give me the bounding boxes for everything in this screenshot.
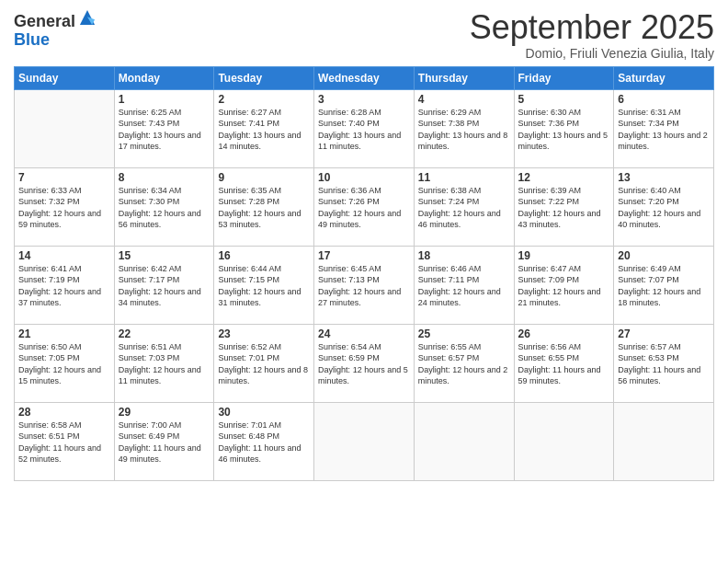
day-info: Sunrise: 6:39 AM Sunset: 7:22 PM Dayligh… (518, 185, 610, 231)
calendar-cell: 27Sunrise: 6:57 AM Sunset: 6:53 PM Dayli… (614, 324, 714, 402)
day-number: 15 (119, 249, 210, 262)
day-number: 2 (218, 93, 310, 106)
calendar-cell: 9Sunrise: 6:35 AM Sunset: 7:28 PM Daylig… (214, 167, 314, 246)
logo-blue-text: Blue (14, 31, 97, 50)
calendar-cell: 17Sunrise: 6:45 AM Sunset: 7:13 PM Dayli… (314, 246, 415, 324)
calendar-week-row: 7Sunrise: 6:33 AM Sunset: 7:32 PM Daylig… (15, 167, 714, 246)
day-number: 13 (618, 171, 710, 184)
day-info: Sunrise: 7:01 AM Sunset: 6:48 PM Dayligh… (218, 419, 310, 465)
day-info: Sunrise: 6:34 AM Sunset: 7:30 PM Dayligh… (119, 185, 210, 231)
calendar-cell: 4Sunrise: 6:29 AM Sunset: 7:38 PM Daylig… (414, 89, 514, 167)
calendar-cell: 30Sunrise: 7:01 AM Sunset: 6:48 PM Dayli… (214, 402, 314, 480)
calendar-cell: 19Sunrise: 6:47 AM Sunset: 7:09 PM Dayli… (514, 246, 614, 324)
day-number: 27 (618, 327, 710, 340)
calendar-cell (514, 402, 614, 480)
day-info: Sunrise: 6:57 AM Sunset: 6:53 PM Dayligh… (618, 341, 710, 387)
calendar-cell: 25Sunrise: 6:55 AM Sunset: 6:57 PM Dayli… (414, 324, 514, 402)
calendar-header-row: Sunday Monday Tuesday Wednesday Thursday… (15, 66, 714, 89)
day-info: Sunrise: 6:35 AM Sunset: 7:28 PM Dayligh… (218, 185, 310, 231)
day-info: Sunrise: 6:29 AM Sunset: 7:38 PM Dayligh… (418, 107, 510, 153)
logo-icon (77, 7, 97, 28)
calendar-cell: 14Sunrise: 6:41 AM Sunset: 7:19 PM Dayli… (15, 246, 115, 324)
day-number: 4 (418, 93, 510, 106)
day-number: 1 (119, 93, 210, 106)
logo: General Blue (14, 13, 97, 50)
day-info: Sunrise: 6:36 AM Sunset: 7:26 PM Dayligh… (318, 185, 410, 231)
calendar-cell: 11Sunrise: 6:38 AM Sunset: 7:24 PM Dayli… (414, 167, 514, 246)
col-wednesday: Wednesday (314, 66, 415, 89)
day-number: 21 (18, 327, 110, 340)
day-number: 28 (18, 406, 110, 419)
calendar-cell: 26Sunrise: 6:56 AM Sunset: 6:55 PM Dayli… (514, 324, 614, 402)
day-number: 5 (518, 93, 610, 106)
calendar-cell: 12Sunrise: 6:39 AM Sunset: 7:22 PM Dayli… (514, 167, 614, 246)
day-number: 22 (119, 327, 210, 340)
day-number: 29 (119, 406, 210, 419)
calendar-cell: 29Sunrise: 7:00 AM Sunset: 6:49 PM Dayli… (114, 402, 214, 480)
day-info: Sunrise: 6:25 AM Sunset: 7:43 PM Dayligh… (119, 107, 210, 153)
day-info: Sunrise: 6:41 AM Sunset: 7:19 PM Dayligh… (18, 263, 110, 309)
day-info: Sunrise: 6:51 AM Sunset: 7:03 PM Dayligh… (119, 341, 210, 387)
calendar-table: Sunday Monday Tuesday Wednesday Thursday… (14, 66, 714, 481)
day-info: Sunrise: 6:44 AM Sunset: 7:15 PM Dayligh… (218, 263, 310, 309)
day-info: Sunrise: 6:56 AM Sunset: 6:55 PM Dayligh… (518, 341, 610, 387)
col-sunday: Sunday (15, 66, 115, 89)
month-title: September 2025 (470, 9, 714, 46)
calendar-cell: 22Sunrise: 6:51 AM Sunset: 7:03 PM Dayli… (114, 324, 214, 402)
calendar-week-row: 28Sunrise: 6:58 AM Sunset: 6:51 PM Dayli… (15, 402, 714, 480)
col-friday: Friday (514, 66, 614, 89)
calendar-week-row: 1Sunrise: 6:25 AM Sunset: 7:43 PM Daylig… (15, 89, 714, 167)
day-number: 6 (618, 93, 710, 106)
calendar-cell: 6Sunrise: 6:31 AM Sunset: 7:34 PM Daylig… (614, 89, 714, 167)
calendar-cell: 23Sunrise: 6:52 AM Sunset: 7:01 PM Dayli… (214, 324, 314, 402)
day-number: 10 (318, 171, 410, 184)
calendar-cell: 20Sunrise: 6:49 AM Sunset: 7:07 PM Dayli… (614, 246, 714, 324)
day-info: Sunrise: 6:40 AM Sunset: 7:20 PM Dayligh… (618, 185, 710, 231)
day-number: 12 (518, 171, 610, 184)
day-info: Sunrise: 6:27 AM Sunset: 7:41 PM Dayligh… (218, 107, 310, 153)
header: General Blue September 2025 Domio, Friul… (14, 9, 714, 61)
day-info: Sunrise: 6:46 AM Sunset: 7:11 PM Dayligh… (418, 263, 510, 309)
day-info: Sunrise: 6:42 AM Sunset: 7:17 PM Dayligh… (119, 263, 210, 309)
day-number: 14 (18, 249, 110, 262)
day-number: 25 (418, 327, 510, 340)
calendar-week-row: 21Sunrise: 6:50 AM Sunset: 7:05 PM Dayli… (15, 324, 714, 402)
calendar-cell: 28Sunrise: 6:58 AM Sunset: 6:51 PM Dayli… (15, 402, 115, 480)
calendar-cell: 3Sunrise: 6:28 AM Sunset: 7:40 PM Daylig… (314, 89, 415, 167)
day-number: 23 (218, 327, 310, 340)
calendar-cell: 21Sunrise: 6:50 AM Sunset: 7:05 PM Dayli… (15, 324, 115, 402)
day-info: Sunrise: 6:47 AM Sunset: 7:09 PM Dayligh… (518, 263, 610, 309)
day-number: 24 (318, 327, 410, 340)
calendar-cell (614, 402, 714, 480)
day-number: 17 (318, 249, 410, 262)
day-number: 16 (218, 249, 310, 262)
day-info: Sunrise: 6:55 AM Sunset: 6:57 PM Dayligh… (418, 341, 510, 387)
day-info: Sunrise: 6:50 AM Sunset: 7:05 PM Dayligh… (18, 341, 110, 387)
day-info: Sunrise: 6:49 AM Sunset: 7:07 PM Dayligh… (618, 263, 710, 309)
calendar-cell: 10Sunrise: 6:36 AM Sunset: 7:26 PM Dayli… (314, 167, 415, 246)
calendar-cell: 15Sunrise: 6:42 AM Sunset: 7:17 PM Dayli… (114, 246, 214, 324)
col-saturday: Saturday (614, 66, 714, 89)
day-number: 3 (318, 93, 410, 106)
day-number: 20 (618, 249, 710, 262)
col-monday: Monday (114, 66, 214, 89)
title-area: September 2025 Domio, Friuli Venezia Giu… (470, 9, 714, 61)
calendar-cell (414, 402, 514, 480)
page: General Blue September 2025 Domio, Friul… (0, 0, 728, 563)
calendar-cell: 16Sunrise: 6:44 AM Sunset: 7:15 PM Dayli… (214, 246, 314, 324)
calendar-cell: 7Sunrise: 6:33 AM Sunset: 7:32 PM Daylig… (15, 167, 115, 246)
calendar-cell: 18Sunrise: 6:46 AM Sunset: 7:11 PM Dayli… (414, 246, 514, 324)
calendar-cell: 2Sunrise: 6:27 AM Sunset: 7:41 PM Daylig… (214, 89, 314, 167)
calendar-cell: 1Sunrise: 6:25 AM Sunset: 7:43 PM Daylig… (114, 89, 214, 167)
calendar-week-row: 14Sunrise: 6:41 AM Sunset: 7:19 PM Dayli… (15, 246, 714, 324)
day-number: 9 (218, 171, 310, 184)
col-tuesday: Tuesday (214, 66, 314, 89)
day-number: 30 (218, 406, 310, 419)
day-number: 18 (418, 249, 510, 262)
day-number: 11 (418, 171, 510, 184)
logo-general-text: General (14, 13, 75, 31)
day-number: 19 (518, 249, 610, 262)
day-info: Sunrise: 6:45 AM Sunset: 7:13 PM Dayligh… (318, 263, 410, 309)
day-info: Sunrise: 6:54 AM Sunset: 6:59 PM Dayligh… (318, 341, 410, 387)
day-info: Sunrise: 6:30 AM Sunset: 7:36 PM Dayligh… (518, 107, 610, 153)
